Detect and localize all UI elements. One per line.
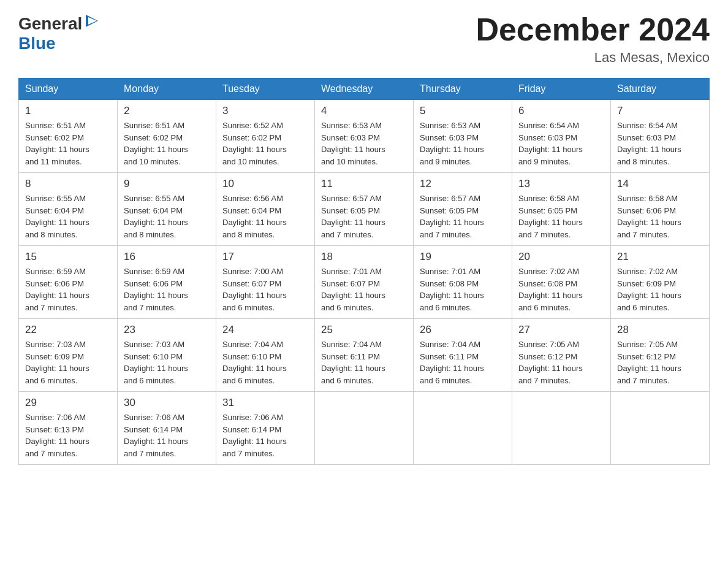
calendar-cell: 28Sunrise: 7:05 AMSunset: 6:12 PMDayligh…	[611, 319, 710, 392]
day-number: 8	[25, 178, 111, 190]
week-row-2: 8Sunrise: 6:55 AMSunset: 6:04 PMDaylight…	[19, 173, 710, 246]
day-header-wednesday: Wednesday	[315, 79, 414, 100]
calendar-cell: 12Sunrise: 6:57 AMSunset: 6:05 PMDayligh…	[414, 173, 512, 246]
day-info: Sunrise: 6:54 AMSunset: 6:03 PMDaylight:…	[518, 120, 604, 167]
day-info: Sunrise: 7:04 AMSunset: 6:10 PMDaylight:…	[222, 339, 308, 386]
day-number: 27	[518, 324, 604, 336]
calendar-cell: 8Sunrise: 6:55 AMSunset: 6:04 PMDaylight…	[19, 173, 118, 246]
day-number: 21	[617, 251, 703, 263]
calendar-cell: 11Sunrise: 6:57 AMSunset: 6:05 PMDayligh…	[315, 173, 414, 246]
day-number: 23	[124, 324, 210, 336]
day-header-thursday: Thursday	[414, 79, 512, 100]
day-number: 29	[25, 397, 111, 409]
day-info: Sunrise: 7:05 AMSunset: 6:12 PMDaylight:…	[617, 339, 703, 386]
header-row: SundayMondayTuesdayWednesdayThursdayFrid…	[19, 79, 710, 100]
day-number: 12	[420, 178, 506, 190]
week-row-3: 15Sunrise: 6:59 AMSunset: 6:06 PMDayligh…	[19, 246, 710, 319]
calendar-cell: 22Sunrise: 7:03 AMSunset: 6:09 PMDayligh…	[19, 319, 118, 392]
day-number: 19	[420, 251, 506, 263]
day-info: Sunrise: 6:57 AMSunset: 6:05 PMDaylight:…	[321, 193, 407, 240]
day-number: 5	[420, 105, 506, 117]
calendar-cell: 19Sunrise: 7:01 AMSunset: 6:08 PMDayligh…	[414, 246, 512, 319]
day-info: Sunrise: 7:00 AMSunset: 6:07 PMDaylight:…	[222, 266, 308, 313]
day-info: Sunrise: 6:53 AMSunset: 6:03 PMDaylight:…	[420, 120, 506, 167]
calendar-cell: 17Sunrise: 7:00 AMSunset: 6:07 PMDayligh…	[216, 246, 315, 319]
day-header-monday: Monday	[118, 79, 216, 100]
logo: General Blue	[18, 12, 100, 53]
calendar-cell	[414, 392, 512, 465]
day-number: 30	[124, 397, 210, 409]
day-info: Sunrise: 7:02 AMSunset: 6:08 PMDaylight:…	[518, 266, 604, 313]
calendar-cell: 15Sunrise: 6:59 AMSunset: 6:06 PMDayligh…	[19, 246, 118, 319]
title-area: December 2024 Las Mesas, Mexico	[476, 12, 710, 66]
calendar-cell	[315, 392, 414, 465]
calendar-cell: 13Sunrise: 6:58 AMSunset: 6:05 PMDayligh…	[512, 173, 611, 246]
day-info: Sunrise: 6:58 AMSunset: 6:06 PMDaylight:…	[617, 193, 703, 240]
day-info: Sunrise: 6:55 AMSunset: 6:04 PMDaylight:…	[124, 193, 210, 240]
day-number: 6	[518, 105, 604, 117]
day-info: Sunrise: 7:06 AMSunset: 6:14 PMDaylight:…	[124, 412, 210, 459]
day-info: Sunrise: 7:04 AMSunset: 6:11 PMDaylight:…	[321, 339, 407, 386]
day-number: 22	[25, 324, 111, 336]
day-info: Sunrise: 7:02 AMSunset: 6:09 PMDaylight:…	[617, 266, 703, 313]
day-number: 18	[321, 251, 407, 263]
calendar-cell: 27Sunrise: 7:05 AMSunset: 6:12 PMDayligh…	[512, 319, 611, 392]
location-text: Las Mesas, Mexico	[476, 50, 710, 66]
day-info: Sunrise: 6:53 AMSunset: 6:03 PMDaylight:…	[321, 120, 407, 167]
day-info: Sunrise: 6:56 AMSunset: 6:04 PMDaylight:…	[222, 193, 308, 240]
day-number: 28	[617, 324, 703, 336]
logo-blue-text: Blue	[18, 34, 56, 53]
day-number: 20	[518, 251, 604, 263]
day-number: 2	[124, 105, 210, 117]
day-number: 15	[25, 251, 111, 263]
week-row-5: 29Sunrise: 7:06 AMSunset: 6:13 PMDayligh…	[19, 392, 710, 465]
day-info: Sunrise: 6:54 AMSunset: 6:03 PMDaylight:…	[617, 120, 703, 167]
day-info: Sunrise: 7:01 AMSunset: 6:07 PMDaylight:…	[321, 266, 407, 313]
day-info: Sunrise: 7:06 AMSunset: 6:13 PMDaylight:…	[25, 412, 111, 459]
calendar-cell: 2Sunrise: 6:51 AMSunset: 6:02 PMDaylight…	[118, 100, 216, 173]
calendar-cell: 10Sunrise: 6:56 AMSunset: 6:04 PMDayligh…	[216, 173, 315, 246]
day-info: Sunrise: 6:58 AMSunset: 6:05 PMDaylight:…	[518, 193, 604, 240]
day-info: Sunrise: 6:52 AMSunset: 6:02 PMDaylight:…	[222, 120, 308, 167]
day-info: Sunrise: 7:03 AMSunset: 6:10 PMDaylight:…	[124, 339, 210, 386]
logo-triangle-icon	[83, 12, 100, 29]
calendar-cell: 16Sunrise: 6:59 AMSunset: 6:06 PMDayligh…	[118, 246, 216, 319]
day-info: Sunrise: 7:06 AMSunset: 6:14 PMDaylight:…	[222, 412, 308, 459]
day-number: 26	[420, 324, 506, 336]
day-header-tuesday: Tuesday	[216, 79, 315, 100]
calendar-cell: 29Sunrise: 7:06 AMSunset: 6:13 PMDayligh…	[19, 392, 118, 465]
day-number: 11	[321, 178, 407, 190]
week-row-4: 22Sunrise: 7:03 AMSunset: 6:09 PMDayligh…	[19, 319, 710, 392]
calendar-cell: 20Sunrise: 7:02 AMSunset: 6:08 PMDayligh…	[512, 246, 611, 319]
day-info: Sunrise: 7:03 AMSunset: 6:09 PMDaylight:…	[25, 339, 111, 386]
day-number: 3	[222, 105, 308, 117]
day-number: 7	[617, 105, 703, 117]
calendar-cell: 7Sunrise: 6:54 AMSunset: 6:03 PMDaylight…	[611, 100, 710, 173]
calendar-cell: 30Sunrise: 7:06 AMSunset: 6:14 PMDayligh…	[118, 392, 216, 465]
day-number: 9	[124, 178, 210, 190]
day-number: 16	[124, 251, 210, 263]
day-info: Sunrise: 6:59 AMSunset: 6:06 PMDaylight:…	[25, 266, 111, 313]
day-header-friday: Friday	[512, 79, 611, 100]
calendar-cell: 5Sunrise: 6:53 AMSunset: 6:03 PMDaylight…	[414, 100, 512, 173]
day-header-saturday: Saturday	[611, 79, 710, 100]
calendar-table: SundayMondayTuesdayWednesdayThursdayFrid…	[18, 78, 710, 465]
day-info: Sunrise: 6:57 AMSunset: 6:05 PMDaylight:…	[420, 193, 506, 240]
calendar-cell: 6Sunrise: 6:54 AMSunset: 6:03 PMDaylight…	[512, 100, 611, 173]
calendar-cell: 31Sunrise: 7:06 AMSunset: 6:14 PMDayligh…	[216, 392, 315, 465]
day-number: 17	[222, 251, 308, 263]
day-header-sunday: Sunday	[19, 79, 118, 100]
day-info: Sunrise: 6:59 AMSunset: 6:06 PMDaylight:…	[124, 266, 210, 313]
day-info: Sunrise: 7:01 AMSunset: 6:08 PMDaylight:…	[420, 266, 506, 313]
calendar-cell: 18Sunrise: 7:01 AMSunset: 6:07 PMDayligh…	[315, 246, 414, 319]
day-info: Sunrise: 7:04 AMSunset: 6:11 PMDaylight:…	[420, 339, 506, 386]
month-title: December 2024	[476, 12, 710, 47]
day-info: Sunrise: 6:55 AMSunset: 6:04 PMDaylight:…	[25, 193, 111, 240]
day-number: 4	[321, 105, 407, 117]
calendar-cell: 23Sunrise: 7:03 AMSunset: 6:10 PMDayligh…	[118, 319, 216, 392]
day-number: 24	[222, 324, 308, 336]
page-header: General Blue December 2024 Las Mesas, Me…	[18, 12, 710, 66]
calendar-cell: 25Sunrise: 7:04 AMSunset: 6:11 PMDayligh…	[315, 319, 414, 392]
day-number: 31	[222, 397, 308, 409]
calendar-cell: 4Sunrise: 6:53 AMSunset: 6:03 PMDaylight…	[315, 100, 414, 173]
